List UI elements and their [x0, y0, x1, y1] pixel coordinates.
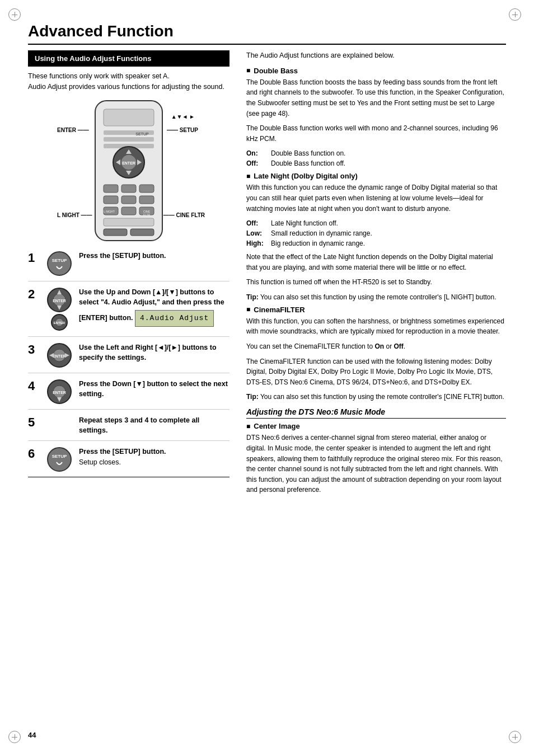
- subsection-title-double-bass: Double Bass: [246, 67, 506, 75]
- step-3: 3 ENTER Use the Left and Right [◄]/[►] b…: [28, 342, 229, 373]
- corner-mark-bl: [8, 731, 25, 748]
- svg-text:ENTER: ENTER: [53, 299, 66, 303]
- def-row-off: Off: Double Bass function off.: [246, 158, 506, 168]
- step-4-text: Press the Down [▼] button to select the …: [79, 379, 229, 400]
- step-4: 4 ENTER Press the Down [▼] button to sel…: [28, 379, 229, 410]
- subsection-text-late-night-1: With this function you can reduce the dy…: [246, 182, 506, 214]
- step-5-number: 5: [28, 416, 40, 429]
- step-1-number: 1: [28, 252, 40, 264]
- def-row-ln-low: Low: Small reduction in dynamic range.: [246, 228, 506, 238]
- svg-text:ENTER: ENTER: [53, 391, 66, 395]
- svg-rect-16: [121, 196, 136, 204]
- svg-text:SETUP: SETUP: [51, 258, 67, 263]
- step-3-text: Use the Left and Right [◄]/[►] buttons t…: [79, 342, 229, 364]
- svg-text:ENTER: ENTER: [122, 161, 135, 165]
- steps-list: 1 SETUP Press the [SETUP] button. 2: [28, 251, 229, 478]
- def-term-ln-off: Off:: [246, 218, 268, 228]
- svg-rect-21: [104, 218, 154, 226]
- corner-mark-tl: [8, 8, 25, 25]
- step-1-text: Press the [SETUP] button.: [79, 251, 229, 261]
- subsection-text-center-image: DTS Neo:6 derives a center-channel signa…: [246, 433, 506, 495]
- svg-text:L NIGHT: L NIGHT: [104, 210, 115, 213]
- step-6-icon: SETUP: [44, 447, 74, 472]
- section-box-title: Using the Audio Adjust Functions: [28, 50, 229, 67]
- def-list-double-bass: On: Double Bass function on. Off: Double…: [246, 148, 506, 168]
- right-column: The Audio Adjust functions are explained…: [246, 50, 506, 500]
- def-term-ln-high: High:: [246, 238, 268, 248]
- left-column: Using the Audio Adjust Functions These f…: [28, 50, 229, 500]
- svg-text:FLTR: FLTR: [143, 213, 151, 217]
- lcd-display: 4.Audio Adjust: [135, 310, 214, 327]
- right-intro: The Audio Adjust functions are explained…: [246, 50, 506, 61]
- def-row-ln-high: High: Big reduction in dynamic range.: [246, 238, 506, 248]
- svg-point-47: [48, 448, 71, 471]
- step-3-number: 3: [28, 344, 40, 356]
- subsection-title-center-image: Center Image: [246, 422, 506, 430]
- subsection-text-cinema-1: With this function, you can soften the h…: [246, 316, 506, 337]
- subsection-title-late-night: Late Night (Dolby Digital only): [246, 172, 506, 180]
- def-def-on: Double Bass function on.: [271, 148, 345, 158]
- svg-rect-17: [139, 196, 154, 204]
- step-2-number: 2: [28, 288, 40, 300]
- tip-cinemafilter: Tip: You can also set this function by u…: [246, 392, 506, 402]
- svg-rect-23: [130, 229, 154, 236]
- step-2-icon: ENTER ENTER: [44, 287, 74, 332]
- def-row-on: On: Double Bass function on.: [246, 148, 506, 158]
- def-row-ln-off: Off: Late Night function off.: [246, 218, 506, 228]
- subsection-text-double-bass-2: The Double Bass function works well with…: [246, 123, 506, 144]
- svg-text:ENTER: ENTER: [53, 321, 65, 325]
- step-4-number: 4: [28, 380, 40, 392]
- page: Advanced Function Using the Audio Adjust…: [0, 0, 534, 756]
- step-5-text: Repeat steps 3 and 4 to complete all set…: [79, 415, 229, 436]
- italic-section-title: Adjusting the DTS Neo:6 Music Mode: [246, 407, 506, 419]
- remote-label-enter: ENTER ——: [57, 127, 89, 133]
- step-4-icon: ENTER: [44, 379, 74, 405]
- tip-late-night: Tip: You can also set this function by u…: [246, 292, 506, 302]
- svg-text:SETUP: SETUP: [135, 132, 149, 136]
- svg-rect-15: [104, 196, 118, 204]
- svg-rect-19: [121, 207, 136, 215]
- subsection-text-late-night-3: This function is turned off when the HT-…: [246, 277, 506, 288]
- subsection-title-cinemafilter: CinemaFILTER: [246, 306, 506, 314]
- svg-rect-22: [104, 229, 127, 236]
- svg-rect-3: [104, 137, 154, 142]
- step-6: 6 SETUP Press the [SETUP] button. Setup …: [28, 447, 229, 477]
- remote-label-arrows: ▲▼◄ ►: [171, 114, 195, 120]
- def-term-ln-low: Low:: [246, 228, 268, 238]
- subsection-text-late-night-2: Note that the effect of the Late Night f…: [246, 252, 506, 273]
- subsection-text-cinema-2: You can set the CinemaFILTER function to…: [246, 341, 506, 352]
- subsection-text-double-bass-1: The Double Bass function boosts the bass…: [246, 77, 506, 119]
- remote-label-lnight: L NIGHT ——: [57, 212, 92, 218]
- step-3-icon: ENTER: [44, 342, 74, 368]
- svg-rect-1: [104, 109, 154, 126]
- step-1-icon: SETUP: [44, 251, 74, 276]
- svg-point-28: [48, 252, 71, 275]
- remote-svg: ENTER: [84, 98, 174, 243]
- step-5: 5 Repeat steps 3 and 4 to complete all s…: [28, 415, 229, 442]
- def-term-off: Off:: [246, 158, 268, 168]
- main-content: Using the Audio Adjust Functions These f…: [28, 50, 506, 500]
- svg-text:ENTER: ENTER: [53, 354, 66, 358]
- svg-rect-12: [104, 185, 118, 192]
- def-def-ln-low: Small reduction in dynamic range.: [271, 228, 372, 238]
- step-2: 2 ENTER ENTER: [28, 287, 229, 337]
- step-6-text: Press the [SETUP] button. Setup closes.: [79, 447, 229, 468]
- step-1: 1 SETUP Press the [SETUP] button.: [28, 251, 229, 281]
- svg-rect-13: [121, 185, 136, 192]
- def-term-on: On:: [246, 148, 268, 158]
- remote-diagram: ENTER: [28, 98, 229, 245]
- corner-mark-tr: [509, 8, 526, 25]
- corner-mark-br: [509, 731, 526, 748]
- remote-image-wrap: ENTER: [84, 98, 174, 245]
- subsection-text-cinema-3: The CinemaFILTER function can be used wi…: [246, 356, 506, 388]
- page-title: Advanced Function: [28, 22, 506, 45]
- def-list-late-night: Off: Late Night function off. Low: Small…: [246, 218, 506, 248]
- svg-text:SETUP: SETUP: [51, 454, 67, 459]
- remote-label-cinefltr: —— CINE FLTR: [163, 212, 205, 218]
- def-def-ln-off: Late Night function off.: [271, 218, 338, 228]
- step-6-number: 6: [28, 448, 40, 460]
- page-number: 44: [28, 731, 36, 739]
- svg-rect-14: [139, 185, 154, 192]
- remote-label-setup: —— SETUP: [167, 127, 198, 133]
- intro-line-1: These functions only work with speaker s…: [28, 71, 229, 92]
